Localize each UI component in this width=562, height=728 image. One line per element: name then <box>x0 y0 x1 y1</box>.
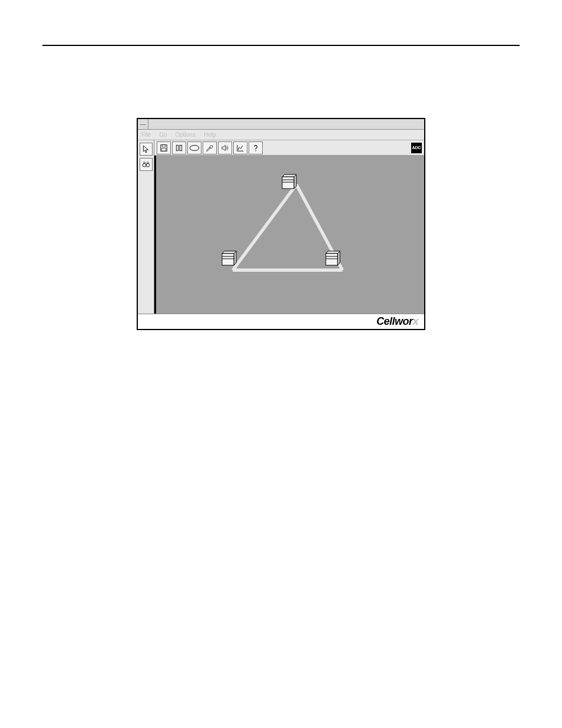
menu-help[interactable]: Help <box>204 131 216 138</box>
node-icon <box>323 250 341 266</box>
figure-caption: Figure 773-1. Cellworx Vision GUI Topolo… <box>42 91 520 100</box>
step-number: 9. <box>72 572 88 595</box>
step-7: 7. Select the Virtual UNI button for the… <box>72 508 496 531</box>
topology-canvas[interactable] <box>154 156 424 314</box>
window-titlebar[interactable]: — <box>138 119 424 130</box>
svg-rect-13 <box>282 177 294 189</box>
step-9: 9. Select a Sub-port ID number. This num… <box>72 572 496 595</box>
tool-button[interactable] <box>203 141 217 154</box>
binoculars-icon <box>142 160 150 169</box>
help-icon <box>252 144 260 152</box>
floppy-icon <box>160 144 168 152</box>
step-number: 7. <box>72 508 88 531</box>
step-text: Select Create Virtual Interface and rele… <box>88 444 496 467</box>
svg-rect-23 <box>326 253 338 265</box>
step-text: Double click on the node that the connec… <box>88 348 496 371</box>
window-body: ADC <box>138 140 424 314</box>
step-number: 8. <box>72 540 88 564</box>
sound-button[interactable] <box>218 141 232 154</box>
step-number: 6. <box>72 476 88 499</box>
step-text: Single click on the card where the new p… <box>88 380 496 403</box>
wrench-icon <box>206 144 214 152</box>
cellworx-logo-text: Cellwor <box>376 315 413 327</box>
topology-node-left[interactable] <box>220 250 237 266</box>
canvas-area: ADC <box>154 140 424 314</box>
topology-node-top[interactable] <box>280 173 297 190</box>
step-6: 6. Select the ATM or Frame Relay button … <box>72 476 496 499</box>
ring-button[interactable] <box>187 141 201 154</box>
step-8: 8. Select a Physical Port using the up o… <box>72 540 496 564</box>
card-icon <box>175 144 183 152</box>
main-toolbar: ADC <box>154 140 424 156</box>
app-window: — File Go Options Help <box>137 118 425 330</box>
header-right-line1: DLP-773 <box>492 29 520 38</box>
step-4: 4. Using the left mouse button, click on… <box>72 412 496 436</box>
save-button[interactable] <box>157 141 171 154</box>
svg-rect-6 <box>162 148 166 151</box>
app-footer-bar: Cellworx <box>138 314 424 329</box>
cellworx-logo-x: x <box>412 315 418 327</box>
step-text: Select a Sub-port ID number. This number… <box>88 572 496 595</box>
step-text: Using the left mouse button, click on an… <box>88 412 496 436</box>
step-number: 4. <box>72 412 88 436</box>
step-3: 3. Single click on the card where the ne… <box>72 380 496 403</box>
step-number: 3. <box>72 380 88 403</box>
svg-rect-8 <box>180 145 182 150</box>
page-footer: Cellworx STN Phase 3.1 User's Guide Rele… <box>42 697 520 704</box>
step-5: 5. Select Create Virtual Interface and r… <box>72 444 496 467</box>
topology-node-right[interactable] <box>323 250 341 266</box>
svg-point-10 <box>255 150 256 151</box>
menu-options[interactable]: Options <box>175 131 195 138</box>
adc-brand-badge: ADC <box>411 143 422 153</box>
svg-rect-18 <box>222 253 234 265</box>
cellworx-logo: Cellworx <box>376 315 418 328</box>
step-number: 5. <box>72 444 88 467</box>
chart-icon <box>236 144 244 152</box>
step-2: 2. Double click on the node that the con… <box>72 348 496 371</box>
view-tool-button[interactable] <box>140 158 153 171</box>
header-left: DLP-773 <box>42 29 70 38</box>
menu-file[interactable]: File <box>141 131 151 138</box>
ring-icon <box>189 144 200 152</box>
step-text: Select the Virtual UNI button for the Su… <box>88 508 496 531</box>
speaker-icon <box>221 144 229 152</box>
svg-marker-22 <box>338 251 340 265</box>
svg-rect-5 <box>162 144 166 147</box>
card-button[interactable] <box>172 141 186 154</box>
header-rule <box>42 45 520 46</box>
side-toolbar <box>138 140 154 314</box>
procedure-steps: 2. Double click on the node that the con… <box>72 348 496 604</box>
document-page: DLP-773 DLP-773 Page 3 of 7 Figure 773-1… <box>0 0 562 728</box>
step-text: Select the ATM or Frame Relay button dep… <box>88 476 496 499</box>
menu-go[interactable]: Go <box>159 131 167 138</box>
footer-center: © 2000, ADC Telecommunications, Inc. <box>42 697 520 704</box>
link-top-left[interactable] <box>233 185 296 270</box>
system-menu-icon[interactable]: — <box>138 119 148 130</box>
step-number: 2. <box>72 348 88 371</box>
stats-button[interactable] <box>233 141 247 154</box>
header-right: DLP-773 Page 3 of 7 <box>484 29 520 46</box>
pointer-tool-button[interactable] <box>140 143 153 156</box>
menu-bar: File Go Options Help <box>138 130 424 140</box>
svg-rect-7 <box>176 145 178 150</box>
svg-point-9 <box>190 145 199 150</box>
step-text: Select a Physical Port using the up or d… <box>88 540 496 564</box>
node-icon <box>220 250 237 266</box>
svg-marker-17 <box>234 251 236 265</box>
pointer-icon <box>142 145 150 153</box>
help-button[interactable] <box>249 141 263 154</box>
node-icon <box>280 173 297 190</box>
svg-marker-12 <box>294 174 296 189</box>
